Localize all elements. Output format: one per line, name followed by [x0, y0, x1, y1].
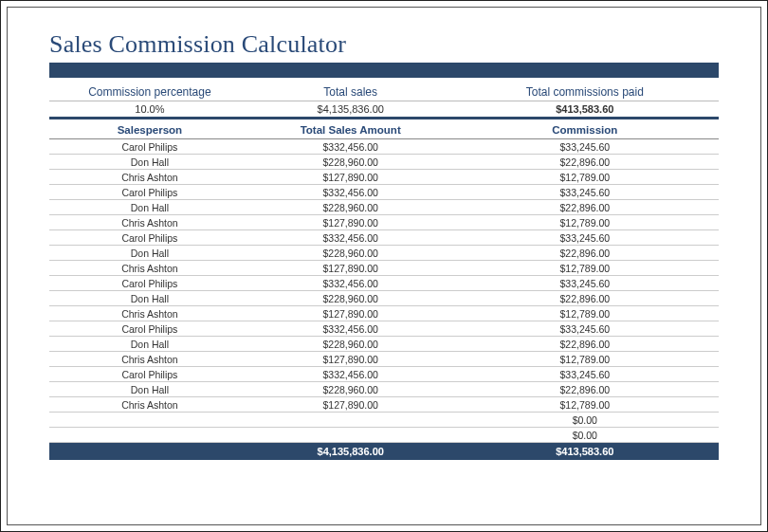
- summary-table: Commission percentage Total sales Total …: [49, 83, 719, 119]
- cell-person: Don Hall: [49, 155, 250, 170]
- cell-person: Don Hall: [49, 382, 250, 397]
- table-row: Chris Ashton$127,890.00$12,789.00: [49, 352, 719, 367]
- cell-commission: $33,245.60: [451, 321, 719, 337]
- cell-commission: $12,789.00: [451, 397, 719, 413]
- cell-amount: $127,890.00: [250, 170, 451, 185]
- cell-amount: [250, 428, 451, 443]
- cell-person: [49, 428, 250, 443]
- totals-commission: $413,583.60: [451, 443, 719, 461]
- cell-amount: $332,456.00: [250, 321, 451, 337]
- table-row: Carol Philips$332,456.00$33,245.60: [49, 139, 719, 155]
- table-row: Don Hall$228,960.00$22,896.00: [49, 382, 719, 397]
- summary-value-row: 10.0% $4,135,836.00 $413,583.60: [49, 101, 719, 119]
- cell-amount: $127,890.00: [250, 352, 451, 367]
- cell-commission: $22,896.00: [451, 200, 719, 215]
- table-row: Chris Ashton$127,890.00$12,789.00: [49, 170, 719, 185]
- cell-person: Chris Ashton: [49, 397, 250, 413]
- cell-person: Chris Ashton: [49, 261, 250, 276]
- cell-commission: $22,896.00: [451, 382, 719, 397]
- summary-header-pct: Commission percentage: [49, 83, 250, 101]
- table-row: $0.00: [49, 413, 719, 428]
- cell-amount: $228,960.00: [250, 382, 451, 397]
- table-row: Chris Ashton$127,890.00$12,789.00: [49, 261, 719, 276]
- summary-header-row: Commission percentage Total sales Total …: [49, 83, 719, 101]
- cell-person: Carol Philips: [49, 139, 250, 155]
- cell-amount: $332,456.00: [250, 367, 451, 382]
- cell-commission: $33,245.60: [451, 276, 719, 291]
- cell-amount: $127,890.00: [250, 261, 451, 276]
- cell-amount: $332,456.00: [250, 276, 451, 291]
- cell-commission: $22,896.00: [451, 155, 719, 170]
- table-row: Carol Philips$332,456.00$33,245.60: [49, 276, 719, 291]
- cell-amount: [250, 413, 451, 428]
- cell-person: Carol Philips: [49, 185, 250, 200]
- cell-commission: $22,896.00: [451, 246, 719, 261]
- summary-value-comm: $413,583.60: [451, 101, 719, 119]
- cell-amount: $127,890.00: [250, 215, 451, 230]
- col-header-amount: Total Sales Amount: [250, 121, 451, 139]
- table-row: Carol Philips$332,456.00$33,245.60: [49, 367, 719, 382]
- cell-commission: $33,245.60: [451, 367, 719, 382]
- page-content: Sales Commission Calculator Commission p…: [7, 7, 761, 525]
- cell-person: Carol Philips: [49, 230, 250, 246]
- table-row: Chris Ashton$127,890.00$12,789.00: [49, 397, 719, 413]
- table-row: Don Hall$228,960.00$22,896.00: [49, 155, 719, 170]
- cell-amount: $228,960.00: [250, 291, 451, 306]
- cell-person: Carol Philips: [49, 276, 250, 291]
- cell-amount: $332,456.00: [250, 230, 451, 246]
- summary-header-sales: Total sales: [250, 83, 451, 101]
- summary-value-pct: 10.0%: [49, 101, 250, 119]
- cell-commission: $22,896.00: [451, 291, 719, 306]
- cell-commission: $12,789.00: [451, 306, 719, 321]
- cell-commission: $0.00: [451, 413, 719, 428]
- table-row: Don Hall$228,960.00$22,896.00: [49, 291, 719, 306]
- cell-amount: $228,960.00: [250, 155, 451, 170]
- cell-commission: $33,245.60: [451, 139, 719, 155]
- data-table: Salesperson Total Sales Amount Commissio…: [49, 121, 719, 460]
- table-row: $0.00: [49, 428, 719, 443]
- cell-person: Don Hall: [49, 246, 250, 261]
- summary-value-sales: $4,135,836.00: [250, 101, 451, 119]
- page-frame: Sales Commission Calculator Commission p…: [0, 0, 768, 532]
- table-row: Chris Ashton$127,890.00$12,789.00: [49, 306, 719, 321]
- cell-person: Carol Philips: [49, 367, 250, 382]
- cell-commission: $12,789.00: [451, 215, 719, 230]
- table-row: Don Hall$228,960.00$22,896.00: [49, 200, 719, 215]
- totals-amount: $4,135,836.00: [250, 443, 451, 461]
- cell-amount: $127,890.00: [250, 397, 451, 413]
- col-header-commission: Commission: [451, 121, 719, 139]
- cell-person: Chris Ashton: [49, 352, 250, 367]
- cell-commission: $22,896.00: [451, 337, 719, 352]
- cell-commission: $0.00: [451, 428, 719, 443]
- cell-person: Don Hall: [49, 291, 250, 306]
- data-header-row: Salesperson Total Sales Amount Commissio…: [49, 121, 719, 139]
- summary-header-comm: Total commissions paid: [451, 83, 719, 101]
- col-header-person: Salesperson: [49, 121, 250, 139]
- cell-amount: $228,960.00: [250, 337, 451, 352]
- cell-amount: $332,456.00: [250, 139, 451, 155]
- page-title: Sales Commission Calculator: [49, 30, 719, 59]
- table-row: Carol Philips$332,456.00$33,245.60: [49, 185, 719, 200]
- totals-blank: [49, 443, 250, 461]
- cell-commission: $12,789.00: [451, 352, 719, 367]
- cell-amount: $228,960.00: [250, 246, 451, 261]
- cell-person: Carol Philips: [49, 321, 250, 337]
- cell-amount: $228,960.00: [250, 200, 451, 215]
- table-row: Carol Philips$332,456.00$33,245.60: [49, 230, 719, 246]
- title-bar: [49, 63, 719, 78]
- cell-commission: $33,245.60: [451, 185, 719, 200]
- cell-commission: $33,245.60: [451, 230, 719, 246]
- cell-commission: $12,789.00: [451, 170, 719, 185]
- cell-person: Don Hall: [49, 200, 250, 215]
- cell-amount: $332,456.00: [250, 185, 451, 200]
- cell-person: Don Hall: [49, 337, 250, 352]
- cell-person: Chris Ashton: [49, 215, 250, 230]
- table-row: Chris Ashton$127,890.00$12,789.00: [49, 215, 719, 230]
- table-row: Don Hall$228,960.00$22,896.00: [49, 337, 719, 352]
- cell-person: Chris Ashton: [49, 306, 250, 321]
- cell-person: [49, 413, 250, 428]
- table-row: Carol Philips$332,456.00$33,245.60: [49, 321, 719, 337]
- table-row: Don Hall$228,960.00$22,896.00: [49, 246, 719, 261]
- cell-person: Chris Ashton: [49, 170, 250, 185]
- cell-amount: $127,890.00: [250, 306, 451, 321]
